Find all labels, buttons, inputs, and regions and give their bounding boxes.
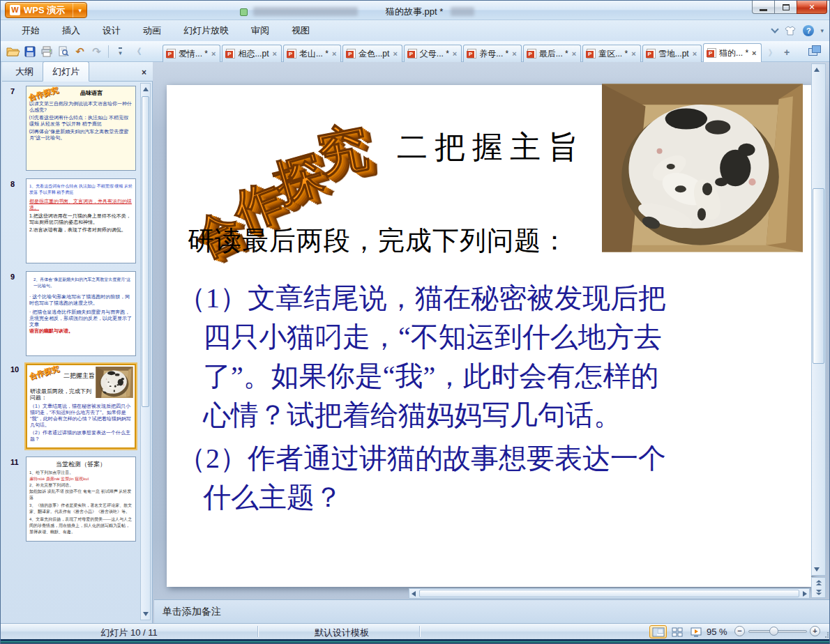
wps-app-button[interactable]: W WPS 演示 ▾ <box>5 2 87 18</box>
tab-close-icon[interactable]: × <box>631 49 635 58</box>
scroll-tabs-left-button[interactable]: 《 <box>129 44 145 60</box>
menu-item[interactable]: 插入 <box>51 20 91 41</box>
slide-sorter-button[interactable] <box>668 625 686 638</box>
zoom-in-button[interactable]: + <box>810 626 820 636</box>
document-tab[interactable]: P雪地...pt× <box>642 45 702 62</box>
document-tab[interactable]: P爱情... *× <box>163 45 220 62</box>
slideshow-button[interactable] <box>687 625 704 638</box>
save-button[interactable] <box>22 44 38 60</box>
normal-view-button[interactable] <box>649 625 667 638</box>
thumbnail-text-line: · 把猫仓皇逃命比作新婚夫妇度蜜月与而奔跑，意境完全相反，形成强烈的反差，以此更… <box>29 309 133 328</box>
document-tab[interactable]: P最后... *× <box>523 45 581 62</box>
slide-thumbnail[interactable]: 7合作探究品味语言以课文第三自然段为例说说本文语言给你一种什么感觉?⑴先看这些词… <box>26 86 136 171</box>
menu-item[interactable]: 视图 <box>280 20 321 41</box>
slide-title[interactable]: 二把握主旨 <box>397 127 585 168</box>
slide-thumbnail[interactable]: 10合作探究二把握主旨研读最后两段，完成下列问题：（1）文章结尾说，猫在秘密被发… <box>26 364 136 449</box>
wps-menu-caret-icon[interactable]: ▾ <box>73 3 86 17</box>
document-tab[interactable]: P猫的... *× <box>703 43 761 62</box>
close-button[interactable]: ✕ <box>797 1 827 14</box>
new-document-button[interactable]: + <box>781 47 793 59</box>
notes-pane[interactable]: 单击添加备注 <box>154 599 829 623</box>
notes-placeholder[interactable]: 单击添加备注 <box>163 606 221 618</box>
horizontal-scrollbar[interactable] <box>409 588 810 599</box>
tab-close-icon[interactable]: × <box>332 49 336 58</box>
scroll-up-icon[interactable] <box>143 87 149 91</box>
tab-close-icon[interactable]: × <box>512 49 516 58</box>
maximize-button[interactable] <box>774 1 797 14</box>
next-slide-button[interactable] <box>812 588 825 597</box>
open-file-button[interactable] <box>5 44 21 60</box>
print-preview-button[interactable] <box>55 44 71 60</box>
menu-item[interactable]: 动画 <box>132 20 172 41</box>
slide-intro-text[interactable]: 研读最后两段，完成下列问题： <box>188 223 568 259</box>
menu-item[interactable]: 审阅 <box>240 20 280 41</box>
menu-item[interactable]: 幻灯片放映 <box>172 20 240 41</box>
scroll-tabs-right-button[interactable]: 》 <box>769 47 777 59</box>
ppt-file-icon-letter: P <box>467 51 474 58</box>
minimize-button[interactable] <box>752 1 775 14</box>
design-template-name[interactable]: 默认设计模板 <box>266 627 418 639</box>
slide-thumbnail[interactable]: 11当堂检测（答案）1、给下列加点字注音。虐待nüè 鼎鼐nài 监禁jìn 窥… <box>26 457 136 542</box>
vertical-scrollbar[interactable] <box>811 63 826 576</box>
document-tab[interactable]: P养母... *× <box>463 45 521 62</box>
slide-thumbnail[interactable]: 81、先看这些词有什么特点 执法如山 不稍宽假 缓颊 从轻发落 予以开释 稍予膺… <box>26 178 136 263</box>
tab-close-icon[interactable]: × <box>393 49 397 58</box>
menu-item[interactable]: 开始 <box>10 20 51 41</box>
question-2-text[interactable]: （2）作者通过讲猫的故事想要表达一个什么主题？ <box>178 439 792 517</box>
help-button[interactable]: ? <box>803 25 814 36</box>
resize-grip[interactable] <box>822 632 829 639</box>
scrollbar-thumb[interactable] <box>813 188 824 364</box>
document-tab[interactable]: P父母... *× <box>404 45 462 62</box>
printer-icon <box>40 46 53 57</box>
panel-close-button[interactable]: × <box>142 69 146 76</box>
slide-canvas[interactable]: 合作探究 二把握主旨 研读最后两段，完成下列问题： （1）文章结尾说，猫在秘密被… <box>167 85 811 587</box>
redacted-text <box>253 7 358 16</box>
scrollbar-thumb[interactable] <box>419 590 799 597</box>
tab-close-icon[interactable]: × <box>572 49 576 58</box>
tab-close-icon[interactable]: × <box>453 49 457 58</box>
document-tab-label: 父母... * <box>420 48 449 60</box>
tab-outline[interactable]: 大纲 <box>6 62 43 81</box>
tab-close-icon[interactable]: × <box>693 49 697 58</box>
skin-shirt-icon[interactable] <box>784 26 797 36</box>
thumbnail-slide-box[interactable]: 当堂检测（答案）1、给下列加点字注音。虐待nüè 鼎鼐nài 监禁jìn 窥视k… <box>26 457 136 542</box>
wps-logo-icon: W <box>10 5 20 15</box>
document-tab[interactable]: P童区... *× <box>582 45 640 62</box>
scroll-up-icon[interactable] <box>814 68 820 72</box>
menu-item[interactable]: 设计 <box>91 20 132 41</box>
close-icon: ✕ <box>808 3 815 12</box>
thumbnail-slide-box[interactable]: 2、再体会“像是新婚夫妇的汽车之离教堂去度蜜月”这一比喻句。· 这个比喻句形象地… <box>26 271 136 356</box>
tab-close-icon[interactable]: × <box>272 49 276 58</box>
scroll-right-icon[interactable] <box>803 591 807 597</box>
slide-thumbnail[interactable]: 92、再体会“像是新婚夫妇的汽车之离教堂去度蜜月”这一比喻句。· 这个比喻句形象… <box>26 271 136 356</box>
undo-button[interactable]: ↶ <box>72 44 88 60</box>
zoom-out-button[interactable]: − <box>734 626 745 636</box>
thumbnail-scrollbar[interactable] <box>140 83 151 620</box>
tab-slides[interactable]: 幻灯片 <box>43 61 89 82</box>
redo-button[interactable]: ↷ <box>89 44 105 60</box>
document-tab[interactable]: P相恋...pt× <box>222 45 281 62</box>
zoom-slider-handle[interactable] <box>769 627 778 636</box>
thumbnail-text-line: 当堂检测（答案） <box>29 461 133 468</box>
tab-close-icon[interactable]: × <box>211 49 216 58</box>
scrollbar-thumb[interactable] <box>142 96 149 407</box>
document-tab[interactable]: P金色...pt× <box>342 45 402 62</box>
thumbnail-text-line: 2.语言诙谐有趣，表现了作者对厨师的调侃。 <box>29 227 133 233</box>
scroll-down-icon[interactable] <box>814 567 820 572</box>
scroll-left-icon[interactable] <box>412 591 416 597</box>
tab-close-icon[interactable]: × <box>752 49 756 57</box>
question-1-text[interactable]: （1）文章结尾说，猫在秘密被发现后把四只小猫叼走，“不知运到什么地方去了”。如果… <box>178 279 792 435</box>
thumbnail-slide-box[interactable]: 1、先看这些词有什么特点 执法如山 不稍宽假 缓颊 从轻发落 予以开释 稍予膺惩… <box>26 178 136 263</box>
toolbar-options-button[interactable]: ▾ <box>112 44 128 60</box>
cat-photo[interactable] <box>602 84 803 252</box>
statusbar-divider <box>419 626 420 637</box>
scroll-down-icon[interactable] <box>143 612 149 616</box>
thumbnail-slide-box[interactable]: 合作探究二把握主旨研读最后两段，完成下列问题：（1）文章结尾说，猫在秘密被发现后… <box>26 364 136 449</box>
previous-slide-button[interactable] <box>812 578 825 588</box>
print-button[interactable] <box>38 44 54 60</box>
thumbnail-slide-box[interactable]: 合作探究品味语言以课文第三自然段为例说说本文语言给你一种什么感觉?⑴先看这些词有… <box>26 86 136 171</box>
collapse-toolbar-icon[interactable] <box>771 25 779 33</box>
help-dropdown-icon[interactable]: ▾ <box>820 27 824 34</box>
document-tab[interactable]: P老山... *× <box>283 45 341 62</box>
arrange-windows-icon[interactable] <box>808 45 822 56</box>
